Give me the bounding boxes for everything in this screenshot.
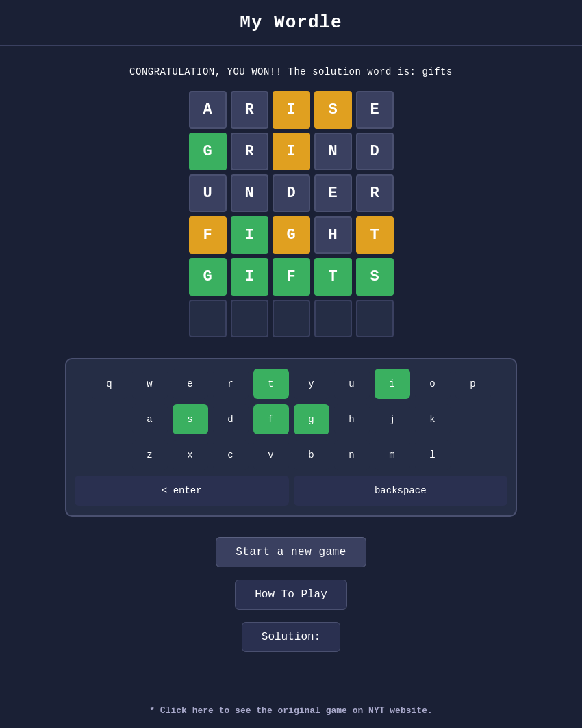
tile-r3c3: H (314, 216, 352, 254)
app-header: My Wordle (0, 0, 582, 46)
tile-r0c0: A (189, 91, 227, 129)
key-o[interactable]: o (415, 369, 451, 399)
grid-row (189, 300, 394, 337)
enter-key[interactable]: < enter (75, 476, 289, 506)
key-c[interactable]: c (213, 440, 249, 470)
key-s[interactable]: s (173, 404, 208, 434)
tile-r4c1: I (231, 258, 268, 296)
key-j[interactable]: j (375, 404, 410, 434)
key-q[interactable]: q (92, 369, 127, 399)
key-u[interactable]: u (334, 369, 370, 399)
key-w[interactable]: w (132, 369, 168, 399)
key-f[interactable]: f (253, 404, 289, 434)
tile-r0c1: R (231, 91, 268, 129)
grid-row: GRIND (189, 133, 394, 170)
game-grid: ARISEGRINDUNDERFIGHTGIFTS (189, 91, 394, 337)
tile-r2c3: E (314, 174, 352, 212)
congratulation-message: CONGRATULATION, YOU WON!! The solution w… (129, 66, 453, 77)
how-to-play-button[interactable]: How To Play (235, 580, 347, 610)
key-t[interactable]: t (253, 369, 289, 399)
keyboard-row-0: qwertyuiop (75, 369, 507, 399)
tile-r1c4: D (356, 133, 394, 170)
key-p[interactable]: p (455, 369, 491, 399)
tile-r1c2: I (273, 133, 310, 170)
tile-r5c0 (189, 300, 227, 337)
key-d[interactable]: d (213, 404, 249, 434)
main-content: CONGRATULATION, YOU WON!! The solution w… (0, 46, 582, 716)
tile-r3c1: I (231, 216, 268, 254)
key-e[interactable]: e (173, 369, 208, 399)
grid-row: ARISE (189, 91, 394, 129)
tile-r1c0: G (189, 133, 227, 170)
tile-r4c3: T (314, 258, 352, 296)
key-z[interactable]: z (132, 440, 168, 470)
keyboard-row-2: zxcvbnml (75, 440, 507, 470)
solution-button[interactable]: Solution: (242, 622, 340, 652)
tile-r2c2: D (273, 174, 310, 212)
keyboard-bottom-row: < enterbackspace (75, 476, 507, 506)
tile-r5c2 (273, 300, 310, 337)
keyboard-row-1: asdfghjk (75, 404, 507, 434)
tile-r4c2: F (273, 258, 310, 296)
nyt-link[interactable]: * Click here to see the original game on… (149, 705, 432, 716)
key-i[interactable]: i (375, 369, 410, 399)
key-b[interactable]: b (294, 440, 329, 470)
key-l[interactable]: l (415, 440, 451, 470)
grid-row: UNDER (189, 174, 394, 212)
key-a[interactable]: a (132, 404, 168, 434)
grid-row: FIGHT (189, 216, 394, 254)
start-new-game-button[interactable]: Start a new game (216, 537, 366, 567)
key-m[interactable]: m (375, 440, 410, 470)
tile-r2c1: N (231, 174, 268, 212)
key-n[interactable]: n (334, 440, 370, 470)
key-v[interactable]: v (253, 440, 289, 470)
tile-r0c2: I (273, 91, 310, 129)
key-r[interactable]: r (213, 369, 249, 399)
tile-r4c0: G (189, 258, 227, 296)
grid-row: GIFTS (189, 258, 394, 296)
keyboard: qwertyuiopasdfghjkzxcvbnml< enterbackspa… (65, 358, 517, 517)
key-h[interactable]: h (334, 404, 370, 434)
tile-r3c2: G (273, 216, 310, 254)
backspace-key[interactable]: backspace (294, 476, 508, 506)
tile-r1c1: R (231, 133, 268, 170)
tile-r2c0: U (189, 174, 227, 212)
tile-r3c4: T (356, 216, 394, 254)
app-title: My Wordle (0, 12, 582, 33)
tile-r0c4: E (356, 91, 394, 129)
tile-r0c3: S (314, 91, 352, 129)
key-k[interactable]: k (415, 404, 451, 434)
tile-r5c4 (356, 300, 394, 337)
key-y[interactable]: y (294, 369, 329, 399)
tile-r5c3 (314, 300, 352, 337)
tile-r5c1 (231, 300, 268, 337)
tile-r1c3: N (314, 133, 352, 170)
key-x[interactable]: x (173, 440, 208, 470)
key-g[interactable]: g (294, 404, 329, 434)
tile-r3c0: F (189, 216, 227, 254)
tile-r4c4: S (356, 258, 394, 296)
tile-r2c4: R (356, 174, 394, 212)
